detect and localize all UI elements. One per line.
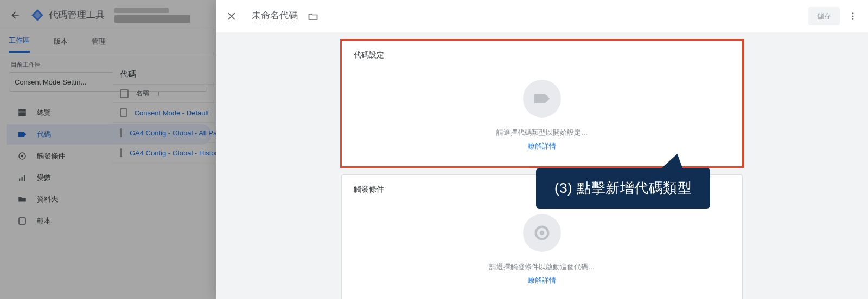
tag-row[interactable]: GA4 Config - Global - All Pag xyxy=(112,123,216,143)
tag-name-input[interactable]: 未命名代碼 xyxy=(252,9,298,23)
tag-icon xyxy=(17,129,27,139)
svg-rect-6 xyxy=(19,179,20,181)
tag-config-hint: 請選擇代碼類型以開始設定… xyxy=(496,128,588,138)
tag-type-placeholder-icon xyxy=(523,80,561,118)
svg-rect-3 xyxy=(18,112,26,113)
trigger-config-card[interactable]: 觸發條件 請選擇觸發條件以啟動這個代碼… 瞭解詳情 xyxy=(341,174,743,299)
svg-point-12 xyxy=(852,18,854,20)
svg-rect-9 xyxy=(19,218,25,224)
trigger-config-learn-more-link[interactable]: 瞭解詳情 xyxy=(528,276,556,285)
row-checkbox[interactable] xyxy=(120,148,122,157)
save-button[interactable]: 儲存 xyxy=(808,7,840,25)
nav-templates[interactable]: 範本 xyxy=(7,211,212,231)
account-container-info[interactable] xyxy=(114,8,190,23)
svg-rect-7 xyxy=(22,177,23,181)
tag-row[interactable]: GA4 Config - Global - History xyxy=(112,143,216,163)
app-title: 代碼管理工具 xyxy=(49,9,105,21)
folder-icon xyxy=(17,194,27,204)
gtm-workspace-background: 代碼管理工具 工作區 版本 管理 目前工作區 Consent Mode Sett… xyxy=(0,0,216,299)
tag-config-title: 代碼設定 xyxy=(354,50,730,60)
trigger-placeholder-icon xyxy=(523,214,561,252)
sort-asc-icon: ↑ xyxy=(157,90,160,98)
row-checkbox[interactable] xyxy=(120,108,127,117)
close-button[interactable] xyxy=(221,5,243,27)
select-all-checkbox[interactable] xyxy=(120,89,129,98)
nav-folders[interactable]: 資料夾 xyxy=(7,189,212,210)
overview-icon xyxy=(17,108,27,118)
svg-point-5 xyxy=(21,155,24,158)
svg-rect-2 xyxy=(18,109,26,116)
tags-list-title: 代碼 xyxy=(112,63,216,84)
target-icon xyxy=(17,151,27,161)
tag-editor-modal: 未命名代碼 儲存 代碼設定 請選擇代碼類型以開始設定… 瞭解 xyxy=(216,0,868,299)
trigger-config-title: 觸發條件 xyxy=(354,185,730,194)
tag-row[interactable]: Consent Mode - Default xyxy=(112,103,216,123)
more-menu-button[interactable] xyxy=(843,6,863,26)
tab-versions[interactable]: 版本 xyxy=(54,30,68,53)
tab-admin[interactable]: 管理 xyxy=(92,30,106,53)
gtm-logo-icon xyxy=(30,8,44,22)
folder-picker-icon[interactable] xyxy=(308,11,318,22)
trigger-config-hint: 請選擇觸發條件以啟動這個代碼… xyxy=(489,263,595,272)
svg-point-14 xyxy=(540,231,545,236)
tags-list-panel: 代碼 名稱 ↑ Consent Mode - Default GA4 Confi… xyxy=(112,63,216,163)
template-icon xyxy=(17,216,27,226)
svg-point-10 xyxy=(852,12,854,14)
workspace-name: Consent Mode Settin... xyxy=(15,78,86,86)
back-arrow-button[interactable] xyxy=(4,4,26,26)
tag-config-learn-more-link[interactable]: 瞭解詳情 xyxy=(528,142,556,151)
name-column-header[interactable]: 名稱 xyxy=(136,89,149,98)
svg-point-11 xyxy=(852,16,854,17)
svg-rect-8 xyxy=(24,176,25,181)
tag-config-card[interactable]: 代碼設定 請選擇代碼類型以開始設定… 瞭解詳情 xyxy=(341,40,743,167)
tab-workspace[interactable]: 工作區 xyxy=(9,30,30,53)
variables-icon xyxy=(17,173,27,183)
row-checkbox[interactable] xyxy=(120,128,122,137)
nav-variables[interactable]: 變數 xyxy=(7,167,212,188)
